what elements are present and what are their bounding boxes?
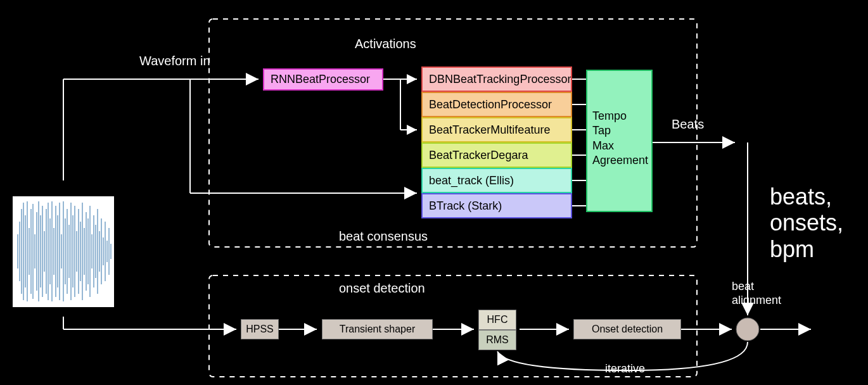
bdp-box: BeatDetectionProcessor xyxy=(421,92,572,117)
beat-consensus-caption: beat consensus xyxy=(339,229,428,244)
ellis-box: beat_track (Ellis) xyxy=(421,168,572,193)
beats-label: Beats xyxy=(672,117,704,132)
btmf-box: BeatTrackerMultifeature xyxy=(421,117,572,142)
ttma-line1: Tempo xyxy=(592,109,646,123)
waveform-in-label: Waveform in xyxy=(139,54,210,68)
beat-alignment-label: beat alignment xyxy=(732,280,795,307)
ttma-line2: Tap xyxy=(592,123,646,138)
beats-out-label: beats, onsets, bpm xyxy=(770,184,868,262)
ttma-line4: Agreement xyxy=(592,153,646,168)
activations-label: Activations xyxy=(355,37,416,51)
onset-box: Onset detection xyxy=(573,319,681,339)
onset-detection-caption: onset detection xyxy=(339,281,425,296)
alignment-node-icon xyxy=(736,318,759,341)
ttma-line3: Max xyxy=(592,139,646,153)
ttma-box: Tempo Tap Max Agreement xyxy=(586,70,653,212)
hpss-box: HPSS xyxy=(241,319,279,339)
waveform-icon xyxy=(13,196,114,307)
btrack-box: BTrack (Stark) xyxy=(421,193,572,218)
btd-box: BeatTrackerDegara xyxy=(421,142,572,168)
iterative-label: iterative xyxy=(605,362,645,376)
dbn-box: DBNBeatTrackingProcessor xyxy=(421,66,572,92)
rms-box: RMS xyxy=(478,330,516,350)
transient-box: Transient shaper xyxy=(322,319,433,339)
rnn-box: RNNBeatProcessor xyxy=(263,68,383,91)
hfc-box: HFC xyxy=(478,310,516,330)
